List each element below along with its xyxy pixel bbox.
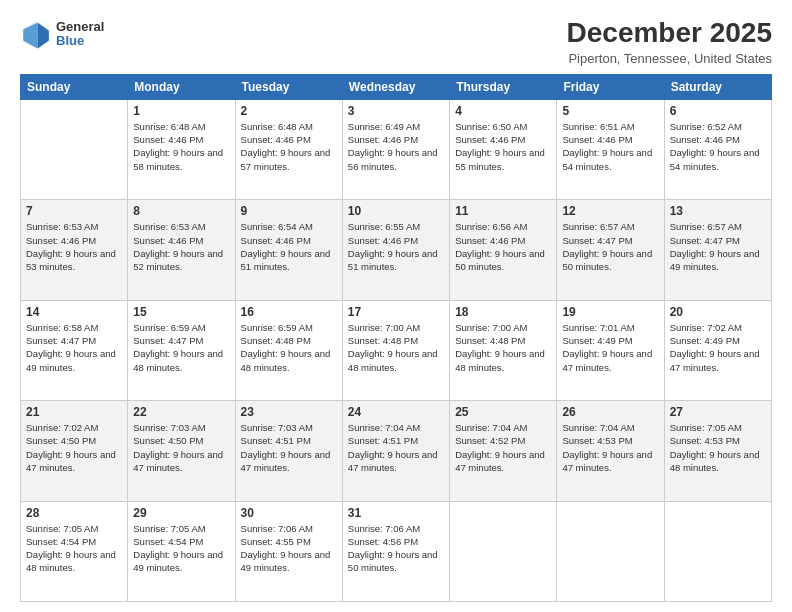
sunset-text: Sunset: 4:51 PM: [241, 434, 337, 447]
calendar-cell: 7Sunrise: 6:53 AMSunset: 4:46 PMDaylight…: [21, 200, 128, 300]
day-number: 23: [241, 405, 337, 419]
day-number: 17: [348, 305, 444, 319]
sunrise-text: Sunrise: 7:05 AM: [133, 522, 229, 535]
sunrise-text: Sunrise: 7:04 AM: [348, 421, 444, 434]
day-number: 24: [348, 405, 444, 419]
calendar-cell: 17Sunrise: 7:00 AMSunset: 4:48 PMDayligh…: [342, 300, 449, 400]
sunset-text: Sunset: 4:46 PM: [133, 234, 229, 247]
day-detail: Sunrise: 6:51 AMSunset: 4:46 PMDaylight:…: [562, 120, 658, 173]
calendar-cell: 26Sunrise: 7:04 AMSunset: 4:53 PMDayligh…: [557, 401, 664, 501]
sunset-text: Sunset: 4:54 PM: [26, 535, 122, 548]
title-block: December 2025 Piperton, Tennessee, Unite…: [567, 18, 772, 66]
sunset-text: Sunset: 4:46 PM: [241, 234, 337, 247]
calendar-header-saturday: Saturday: [664, 74, 771, 99]
daylight-text: Daylight: 9 hours and 49 minutes.: [241, 548, 337, 575]
day-detail: Sunrise: 6:48 AMSunset: 4:46 PMDaylight:…: [133, 120, 229, 173]
day-number: 20: [670, 305, 766, 319]
calendar-week-row-1: 1Sunrise: 6:48 AMSunset: 4:46 PMDaylight…: [21, 99, 772, 199]
day-number: 7: [26, 204, 122, 218]
calendar-cell: 27Sunrise: 7:05 AMSunset: 4:53 PMDayligh…: [664, 401, 771, 501]
logo-icon: [20, 18, 52, 50]
sunset-text: Sunset: 4:48 PM: [241, 334, 337, 347]
sunset-text: Sunset: 4:53 PM: [670, 434, 766, 447]
daylight-text: Daylight: 9 hours and 54 minutes.: [562, 146, 658, 173]
calendar-cell: 22Sunrise: 7:03 AMSunset: 4:50 PMDayligh…: [128, 401, 235, 501]
day-number: 26: [562, 405, 658, 419]
daylight-text: Daylight: 9 hours and 49 minutes.: [26, 347, 122, 374]
daylight-text: Daylight: 9 hours and 47 minutes.: [562, 347, 658, 374]
calendar-header-sunday: Sunday: [21, 74, 128, 99]
sunrise-text: Sunrise: 6:55 AM: [348, 220, 444, 233]
day-detail: Sunrise: 7:03 AMSunset: 4:50 PMDaylight:…: [133, 421, 229, 474]
day-detail: Sunrise: 6:53 AMSunset: 4:46 PMDaylight:…: [26, 220, 122, 273]
calendar-header-thursday: Thursday: [450, 74, 557, 99]
day-number: 6: [670, 104, 766, 118]
daylight-text: Daylight: 9 hours and 49 minutes.: [133, 548, 229, 575]
day-detail: Sunrise: 6:59 AMSunset: 4:48 PMDaylight:…: [241, 321, 337, 374]
day-number: 25: [455, 405, 551, 419]
sunrise-text: Sunrise: 7:04 AM: [562, 421, 658, 434]
day-detail: Sunrise: 6:52 AMSunset: 4:46 PMDaylight:…: [670, 120, 766, 173]
calendar-cell: 28Sunrise: 7:05 AMSunset: 4:54 PMDayligh…: [21, 501, 128, 601]
day-number: 3: [348, 104, 444, 118]
daylight-text: Daylight: 9 hours and 50 minutes.: [562, 247, 658, 274]
day-detail: Sunrise: 6:57 AMSunset: 4:47 PMDaylight:…: [670, 220, 766, 273]
daylight-text: Daylight: 9 hours and 49 minutes.: [670, 247, 766, 274]
sunrise-text: Sunrise: 7:05 AM: [26, 522, 122, 535]
day-number: 19: [562, 305, 658, 319]
sunset-text: Sunset: 4:49 PM: [670, 334, 766, 347]
calendar-header-friday: Friday: [557, 74, 664, 99]
calendar-cell: 20Sunrise: 7:02 AMSunset: 4:49 PMDayligh…: [664, 300, 771, 400]
day-detail: Sunrise: 7:05 AMSunset: 4:54 PMDaylight:…: [133, 522, 229, 575]
day-number: 11: [455, 204, 551, 218]
calendar-cell: [21, 99, 128, 199]
day-number: 4: [455, 104, 551, 118]
sunrise-text: Sunrise: 7:01 AM: [562, 321, 658, 334]
day-number: 13: [670, 204, 766, 218]
daylight-text: Daylight: 9 hours and 52 minutes.: [133, 247, 229, 274]
sunset-text: Sunset: 4:47 PM: [133, 334, 229, 347]
calendar-cell: 9Sunrise: 6:54 AMSunset: 4:46 PMDaylight…: [235, 200, 342, 300]
daylight-text: Daylight: 9 hours and 55 minutes.: [455, 146, 551, 173]
logo: General Blue: [20, 18, 104, 50]
sunrise-text: Sunrise: 6:52 AM: [670, 120, 766, 133]
calendar-cell: 31Sunrise: 7:06 AMSunset: 4:56 PMDayligh…: [342, 501, 449, 601]
day-detail: Sunrise: 7:03 AMSunset: 4:51 PMDaylight:…: [241, 421, 337, 474]
calendar-cell: 16Sunrise: 6:59 AMSunset: 4:48 PMDayligh…: [235, 300, 342, 400]
day-detail: Sunrise: 6:57 AMSunset: 4:47 PMDaylight:…: [562, 220, 658, 273]
calendar-cell: 25Sunrise: 7:04 AMSunset: 4:52 PMDayligh…: [450, 401, 557, 501]
sunrise-text: Sunrise: 6:53 AM: [133, 220, 229, 233]
day-detail: Sunrise: 6:53 AMSunset: 4:46 PMDaylight:…: [133, 220, 229, 273]
daylight-text: Daylight: 9 hours and 51 minutes.: [348, 247, 444, 274]
sunrise-text: Sunrise: 6:57 AM: [670, 220, 766, 233]
sunset-text: Sunset: 4:46 PM: [348, 133, 444, 146]
calendar-cell: 12Sunrise: 6:57 AMSunset: 4:47 PMDayligh…: [557, 200, 664, 300]
sunrise-text: Sunrise: 6:53 AM: [26, 220, 122, 233]
day-number: 16: [241, 305, 337, 319]
sunset-text: Sunset: 4:46 PM: [562, 133, 658, 146]
sunset-text: Sunset: 4:46 PM: [670, 133, 766, 146]
sunset-text: Sunset: 4:56 PM: [348, 535, 444, 548]
sunrise-text: Sunrise: 6:51 AM: [562, 120, 658, 133]
logo-text: General Blue: [56, 20, 104, 49]
sunset-text: Sunset: 4:46 PM: [455, 234, 551, 247]
calendar-week-row-5: 28Sunrise: 7:05 AMSunset: 4:54 PMDayligh…: [21, 501, 772, 601]
sunrise-text: Sunrise: 7:06 AM: [241, 522, 337, 535]
daylight-text: Daylight: 9 hours and 47 minutes.: [26, 448, 122, 475]
calendar-header-wednesday: Wednesday: [342, 74, 449, 99]
day-detail: Sunrise: 6:55 AMSunset: 4:46 PMDaylight:…: [348, 220, 444, 273]
sunset-text: Sunset: 4:54 PM: [133, 535, 229, 548]
day-number: 30: [241, 506, 337, 520]
day-detail: Sunrise: 7:01 AMSunset: 4:49 PMDaylight:…: [562, 321, 658, 374]
calendar-cell: 24Sunrise: 7:04 AMSunset: 4:51 PMDayligh…: [342, 401, 449, 501]
day-number: 9: [241, 204, 337, 218]
sunset-text: Sunset: 4:52 PM: [455, 434, 551, 447]
calendar-cell: 21Sunrise: 7:02 AMSunset: 4:50 PMDayligh…: [21, 401, 128, 501]
daylight-text: Daylight: 9 hours and 47 minutes.: [133, 448, 229, 475]
daylight-text: Daylight: 9 hours and 53 minutes.: [26, 247, 122, 274]
sunrise-text: Sunrise: 6:56 AM: [455, 220, 551, 233]
sunrise-text: Sunrise: 6:48 AM: [241, 120, 337, 133]
sunset-text: Sunset: 4:46 PM: [241, 133, 337, 146]
day-number: 31: [348, 506, 444, 520]
calendar-cell: 30Sunrise: 7:06 AMSunset: 4:55 PMDayligh…: [235, 501, 342, 601]
